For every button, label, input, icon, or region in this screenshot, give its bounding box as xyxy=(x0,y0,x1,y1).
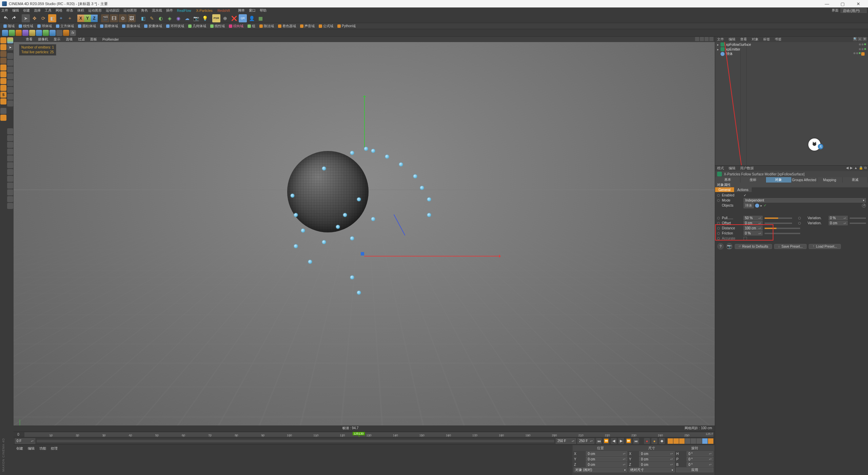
rotate-tool-button[interactable]: ⟳ xyxy=(39,14,47,22)
poly-mode-icon[interactable] xyxy=(0,64,6,71)
phong-tag-icon[interactable] xyxy=(861,52,865,56)
attr-tab-groups[interactable]: Groups Affected xyxy=(792,177,817,183)
field-button[interactable]: 立方体域 xyxy=(55,24,75,28)
left-tool[interactable] xyxy=(7,155,13,162)
key-filter[interactable] xyxy=(673,438,679,444)
am-nav-up-icon[interactable]: ▲ xyxy=(854,166,857,170)
om-eye-icon[interactable]: 👁 xyxy=(863,37,867,41)
gizmo-x-axis[interactable] xyxy=(364,256,500,256)
mode-select[interactable]: Independent▾ xyxy=(744,198,866,203)
rot-h-field[interactable]: 0 °▴▾ xyxy=(687,451,713,456)
coord-apply-button[interactable]: 应用 xyxy=(676,468,713,472)
field-button[interactable]: 圆锥体域 xyxy=(99,24,119,28)
field-button[interactable]: 胶囊体域 xyxy=(143,24,163,28)
mini-tool[interactable] xyxy=(16,30,22,36)
om-search-icon[interactable]: 🔍 xyxy=(853,37,857,41)
om-filter-icon[interactable]: ≡ xyxy=(858,37,862,41)
am-newwin-icon[interactable]: ⧉ xyxy=(864,166,867,170)
save-preset-button[interactable]: ⤓Save Preset... xyxy=(774,244,807,249)
menu-item[interactable]: 窗口 xyxy=(249,8,256,13)
mini-tool[interactable] xyxy=(50,30,56,36)
left-tool[interactable] xyxy=(7,189,13,195)
menu-item[interactable]: 插件 xyxy=(166,8,173,13)
offset-slider[interactable] xyxy=(765,223,792,224)
cube-primitive-button[interactable]: ◧ xyxy=(139,14,147,22)
left-tool[interactable] xyxy=(7,80,13,86)
minimize-button[interactable]: — xyxy=(819,0,835,7)
locked-icon[interactable]: ＋ xyxy=(66,14,74,22)
menu-item[interactable]: 流水线 xyxy=(152,8,162,13)
object-row-sphere[interactable]: 球体 xyxy=(715,52,868,56)
pull-slider[interactable] xyxy=(765,217,792,219)
key-filter[interactable] xyxy=(702,438,708,444)
redo-button[interactable] xyxy=(10,14,18,22)
om-menu-item[interactable]: 编辑 xyxy=(729,37,735,42)
field-button[interactable]: 着色器域 xyxy=(277,24,297,28)
vp-menu-item[interactable]: 显示 xyxy=(54,37,60,42)
viewport-nav-icon[interactable] xyxy=(705,37,709,41)
field-button[interactable]: 几何体域 xyxy=(187,24,208,28)
box-icon[interactable]: ▦ xyxy=(256,14,264,22)
close-button[interactable]: ✕ xyxy=(850,0,866,7)
goto-start-button[interactable]: ⏮ xyxy=(596,438,602,444)
attr-tab-falloff[interactable]: 衰减 xyxy=(843,177,868,183)
vp-menu-item[interactable]: 面板 xyxy=(90,37,97,42)
key-filter[interactable] xyxy=(696,438,702,444)
am-menu-item[interactable]: 编辑 xyxy=(729,166,735,171)
am-nav-back-icon[interactable]: ◀ xyxy=(846,166,849,170)
play-back-button[interactable]: ◀ xyxy=(611,438,617,444)
mini-tool[interactable] xyxy=(63,30,69,36)
pos-z-field[interactable]: 0 cm▴▾ xyxy=(586,462,627,467)
project-length-field[interactable]: 250 F▴▾ xyxy=(577,438,594,444)
left-tool[interactable] xyxy=(7,176,13,182)
object-link-field[interactable]: 球体 ▸ ✓ xyxy=(744,203,767,208)
menu-item[interactable]: 运动图形 xyxy=(88,8,102,13)
person-icon[interactable]: 👤 xyxy=(248,14,256,22)
accurate-checkbox[interactable] xyxy=(744,237,747,240)
range-end-field[interactable]: 250 F▴▾ xyxy=(556,438,576,444)
subtab-general[interactable]: General xyxy=(715,187,734,192)
rot-b-field[interactable]: 0 °▴▾ xyxy=(687,462,713,467)
field-button[interactable]: 圆柱体域 xyxy=(77,24,97,28)
menu-item[interactable]: 运动图形 xyxy=(123,8,137,13)
menu-item[interactable]: 文件 xyxy=(1,8,8,13)
vp-menu-item[interactable]: 过滤 xyxy=(78,37,85,42)
current-frame-field[interactable]: 0 F▴▾ xyxy=(15,438,35,444)
pull-variation-field[interactable]: 0 %▴▾ xyxy=(829,216,848,220)
key-filter[interactable] xyxy=(679,438,685,444)
left-tool[interactable] xyxy=(7,135,13,141)
play-forward-button[interactable]: ▶ xyxy=(618,438,624,444)
attr-tab-object[interactable]: 对象 xyxy=(766,177,791,183)
viewport-nav-icon[interactable] xyxy=(709,37,713,41)
am-menu-item[interactable]: 模式 xyxy=(717,166,724,171)
sphere-object[interactable] xyxy=(287,151,369,232)
menu-item[interactable]: 帮助 xyxy=(260,8,267,13)
object-link-menu-icon[interactable]: ▸ xyxy=(761,204,762,207)
gizmo-z-axis[interactable] xyxy=(394,214,406,236)
object-link-clear-icon[interactable]: ↺ xyxy=(862,204,866,208)
menu-item[interactable]: 样条 xyxy=(66,8,73,13)
render-view-button[interactable]: 🎬 xyxy=(101,14,109,22)
goto-end-button[interactable]: ⏭ xyxy=(633,438,639,444)
axis-y-toggle[interactable]: Y xyxy=(84,15,91,22)
pull-value-field[interactable]: 50 %▴▾ xyxy=(744,216,763,220)
texture-mode-icon[interactable] xyxy=(0,71,6,77)
snapping-button[interactable]: ❌ xyxy=(230,14,238,22)
next-key-button[interactable]: ⏩ xyxy=(626,438,632,444)
coord-mode-select[interactable]: 对象 (相对)▾ xyxy=(574,468,627,472)
menu-item[interactable]: 编辑 xyxy=(12,8,19,13)
autokey-button[interactable]: ● xyxy=(651,438,657,444)
mini-tool[interactable] xyxy=(22,30,28,36)
left-tool[interactable] xyxy=(7,53,13,59)
generator-button[interactable]: ◐ xyxy=(157,14,165,22)
om-menu-item[interactable]: 标签 xyxy=(763,37,770,42)
object-mode-icon[interactable] xyxy=(0,44,6,50)
field-button[interactable]: 组 xyxy=(246,24,257,28)
render-region-button[interactable]: 🎞 xyxy=(110,14,118,22)
subtab-actions[interactable]: Actions xyxy=(734,187,752,192)
menu-item[interactable]: 运动跟踪 xyxy=(106,8,119,13)
menu-xparticles[interactable]: X-Particles xyxy=(196,9,212,13)
om-menu-item[interactable]: 对象 xyxy=(752,37,758,42)
light-button[interactable]: 💡 xyxy=(201,14,209,22)
pos-x-field[interactable]: 0 cm▴▾ xyxy=(586,451,627,456)
